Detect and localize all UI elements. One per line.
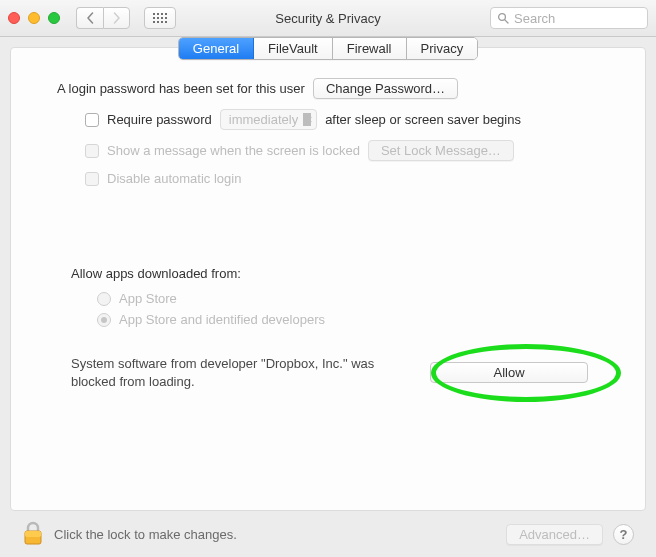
svg-rect-10: [161, 21, 163, 23]
nav-group: [76, 7, 130, 29]
radio-app-store-label: App Store: [119, 291, 177, 306]
lock-hint-text: Click the lock to make changes.: [54, 527, 237, 542]
svg-rect-5: [157, 17, 159, 19]
radio-app-store-input[interactable]: [97, 292, 111, 306]
blocked-software-row: System software from developer "Dropbox,…: [71, 355, 593, 390]
require-password-suffix: after sleep or screen saver begins: [325, 112, 521, 127]
radio-identified-label: App Store and identified developers: [119, 312, 325, 327]
toolbar: Security & Privacy Search: [0, 0, 656, 37]
search-icon: [497, 12, 509, 24]
main-panel: General FileVault Firewall Privacy A log…: [10, 47, 646, 511]
search-input[interactable]: Search: [490, 7, 648, 29]
minimize-window-button[interactable]: [28, 12, 40, 24]
tab-privacy[interactable]: Privacy: [407, 38, 478, 59]
require-password-delay-popup[interactable]: immediately: [220, 109, 317, 130]
zoom-window-button[interactable]: [48, 12, 60, 24]
set-lock-message-button[interactable]: Set Lock Message…: [368, 140, 514, 161]
require-password-checkbox[interactable]: [85, 113, 99, 127]
lock-icon[interactable]: [22, 521, 44, 547]
advanced-button[interactable]: Advanced…: [506, 524, 603, 545]
tab-filevault[interactable]: FileVault: [254, 38, 333, 59]
svg-rect-11: [165, 21, 167, 23]
show-all-button[interactable]: [144, 7, 176, 29]
allow-button[interactable]: Allow: [430, 362, 588, 383]
tab-bar: General FileVault Firewall Privacy: [11, 37, 645, 60]
forward-button[interactable]: [103, 7, 130, 29]
svg-rect-7: [165, 17, 167, 19]
login-password-text: A login password has been set for this u…: [57, 81, 305, 96]
show-lock-message-checkbox[interactable]: [85, 144, 99, 158]
svg-rect-15: [25, 531, 41, 537]
general-pane: A login password has been set for this u…: [11, 48, 645, 410]
footer: Click the lock to make changes. Advanced…: [10, 511, 646, 557]
svg-rect-4: [153, 17, 155, 19]
svg-rect-0: [153, 13, 155, 15]
blocked-software-message: System software from developer "Dropbox,…: [71, 355, 415, 390]
change-password-button[interactable]: Change Password…: [313, 78, 458, 99]
radio-identified-developers[interactable]: App Store and identified developers: [97, 312, 615, 327]
window-body: General FileVault Firewall Privacy A log…: [0, 37, 656, 557]
disable-auto-login-row: Disable automatic login: [85, 171, 615, 186]
svg-rect-9: [157, 21, 159, 23]
search-placeholder: Search: [514, 11, 555, 26]
require-password-row: Require password immediately after sleep…: [85, 109, 615, 130]
back-button[interactable]: [76, 7, 103, 29]
radio-app-store[interactable]: App Store: [97, 291, 615, 306]
svg-rect-2: [161, 13, 163, 15]
svg-rect-1: [157, 13, 159, 15]
tab-firewall[interactable]: Firewall: [333, 38, 407, 59]
svg-rect-6: [161, 17, 163, 19]
login-password-row: A login password has been set for this u…: [57, 78, 615, 99]
show-lock-message-label: Show a message when the screen is locked: [107, 143, 360, 158]
help-button[interactable]: ?: [613, 524, 634, 545]
tab-general[interactable]: General: [179, 38, 254, 59]
disable-auto-login-checkbox[interactable]: [85, 172, 99, 186]
svg-line-13: [505, 20, 508, 23]
radio-identified-input[interactable]: [97, 313, 111, 327]
window-controls: [8, 12, 60, 24]
require-password-label: Require password: [107, 112, 212, 127]
allow-apps-heading: Allow apps downloaded from:: [71, 266, 615, 281]
disable-auto-login-label: Disable automatic login: [107, 171, 241, 186]
svg-rect-8: [153, 21, 155, 23]
close-window-button[interactable]: [8, 12, 20, 24]
lock-message-row: Show a message when the screen is locked…: [85, 140, 615, 161]
svg-rect-3: [165, 13, 167, 15]
